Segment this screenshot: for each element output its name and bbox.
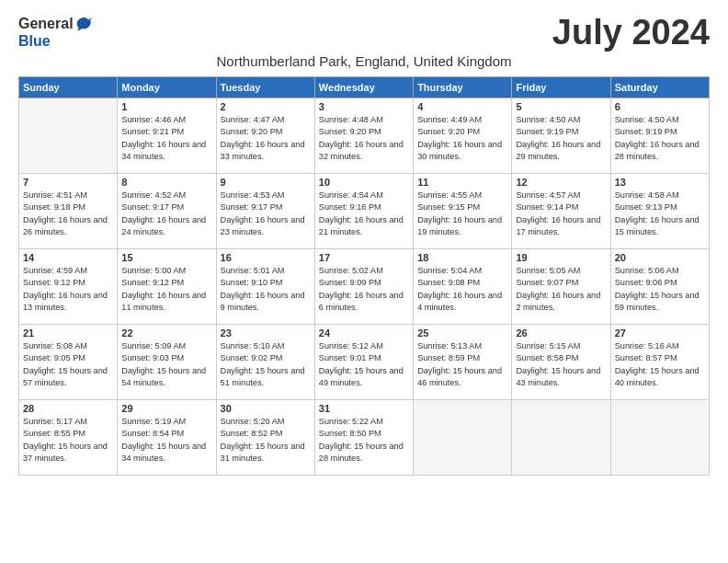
day-number: 8	[121, 177, 211, 188]
month-title: July 2024	[552, 15, 710, 50]
sunset: Sunset: 8:55 PM	[23, 429, 85, 438]
sunset: Sunset: 9:07 PM	[516, 278, 578, 287]
day-info: Sunrise: 5:00 AMSunset: 9:12 PMDaylight:…	[121, 265, 211, 314]
day-number: 21	[23, 327, 113, 339]
day-number: 3	[319, 101, 409, 112]
sunrise: Sunrise: 5:16 AM	[615, 341, 679, 350]
daylight: Daylight: 16 hours and 33 minutes.	[221, 140, 305, 161]
daylight: Daylight: 16 hours and 21 minutes.	[319, 215, 404, 236]
day-info: Sunrise: 4:46 AMSunset: 9:21 PMDaylight:…	[121, 114, 211, 163]
day-info: Sunrise: 4:52 AMSunset: 9:17 PMDaylight:…	[121, 190, 211, 238]
calendar-cell	[610, 400, 709, 476]
sunset: Sunset: 8:57 PM	[615, 353, 677, 362]
calendar-cell: 17Sunrise: 5:02 AMSunset: 9:09 PMDayligh…	[314, 249, 413, 325]
daylight: Daylight: 15 hours and 46 minutes.	[417, 366, 502, 387]
sunrise: Sunrise: 5:20 AM	[221, 417, 285, 426]
calendar-cell: 22Sunrise: 5:09 AMSunset: 9:03 PMDayligh…	[118, 325, 216, 400]
logo-bird-icon	[75, 15, 94, 33]
day-number: 4	[417, 101, 507, 112]
day-info: Sunrise: 5:04 AMSunset: 9:08 PMDaylight:…	[417, 265, 507, 314]
calendar-table: Sunday Monday Tuesday Wednesday Thursday…	[18, 76, 710, 476]
day-number: 6	[615, 101, 705, 112]
sunset: Sunset: 8:59 PM	[417, 353, 480, 362]
week-row-0: 1Sunrise: 4:46 AMSunset: 9:21 PMDaylight…	[19, 98, 710, 174]
daylight: Daylight: 15 hours and 40 minutes.	[615, 366, 700, 387]
sunrise: Sunrise: 4:49 AM	[417, 115, 482, 124]
day-info: Sunrise: 4:49 AMSunset: 9:20 PMDaylight:…	[417, 114, 507, 163]
calendar-body: 1Sunrise: 4:46 AMSunset: 9:21 PMDaylight…	[19, 98, 710, 476]
calendar-cell: 6Sunrise: 4:50 AMSunset: 9:19 PMDaylight…	[610, 98, 709, 174]
daylight: Daylight: 15 hours and 51 minutes.	[221, 366, 305, 387]
calendar-cell: 18Sunrise: 5:04 AMSunset: 9:08 PMDayligh…	[414, 249, 512, 325]
header-saturday: Saturday	[610, 77, 709, 98]
day-info: Sunrise: 4:58 AMSunset: 9:13 PMDaylight:…	[615, 190, 705, 238]
day-info: Sunrise: 4:47 AMSunset: 9:20 PMDaylight:…	[221, 114, 311, 163]
logo-general-text: General	[18, 16, 74, 32]
calendar-cell: 5Sunrise: 4:50 AMSunset: 9:19 PMDaylight…	[512, 98, 610, 174]
daylight: Daylight: 16 hours and 23 minutes.	[221, 215, 305, 236]
sunset: Sunset: 9:17 PM	[121, 202, 184, 212]
calendar-cell: 23Sunrise: 5:10 AMSunset: 9:02 PMDayligh…	[216, 325, 314, 400]
day-number: 15	[121, 252, 211, 263]
day-info: Sunrise: 5:16 AMSunset: 8:57 PMDaylight:…	[615, 340, 705, 389]
calendar-cell: 20Sunrise: 5:06 AMSunset: 9:06 PMDayligh…	[610, 249, 709, 325]
calendar-cell: 25Sunrise: 5:13 AMSunset: 8:59 PMDayligh…	[414, 325, 512, 400]
header-monday: Monday	[118, 77, 216, 98]
day-info: Sunrise: 5:08 AMSunset: 9:05 PMDaylight:…	[23, 340, 113, 389]
day-number: 11	[417, 177, 507, 188]
calendar-cell: 13Sunrise: 4:58 AMSunset: 9:13 PMDayligh…	[610, 174, 709, 249]
daylight: Daylight: 16 hours and 2 minutes.	[516, 291, 600, 312]
day-number: 22	[121, 327, 211, 339]
day-number: 9	[221, 177, 311, 188]
daylight: Daylight: 16 hours and 26 minutes.	[23, 215, 108, 236]
day-number: 27	[615, 327, 705, 339]
logo-blue-text: Blue	[18, 33, 51, 50]
sunset: Sunset: 9:12 PM	[23, 278, 85, 287]
day-info: Sunrise: 4:55 AMSunset: 9:15 PMDaylight:…	[417, 190, 507, 238]
sunrise: Sunrise: 4:54 AM	[319, 190, 383, 200]
sunset: Sunset: 8:50 PM	[319, 429, 381, 438]
calendar-cell: 3Sunrise: 4:48 AMSunset: 9:20 PMDaylight…	[314, 98, 413, 174]
header-tuesday: Tuesday	[216, 77, 314, 98]
daylight: Daylight: 15 hours and 54 minutes.	[121, 366, 206, 387]
calendar-cell: 10Sunrise: 4:54 AMSunset: 9:16 PMDayligh…	[314, 174, 413, 249]
day-number: 26	[516, 327, 606, 339]
day-number: 29	[121, 403, 211, 414]
header-row: Sunday Monday Tuesday Wednesday Thursday…	[19, 77, 710, 98]
day-info: Sunrise: 5:12 AMSunset: 9:01 PMDaylight:…	[319, 340, 409, 389]
sunset: Sunset: 8:54 PM	[121, 429, 184, 438]
calendar-cell: 31Sunrise: 5:22 AMSunset: 8:50 PMDayligh…	[314, 400, 413, 476]
daylight: Daylight: 16 hours and 15 minutes.	[615, 215, 700, 236]
calendar-page: General Blue July 2024 Northumberland Pa…	[0, 0, 728, 563]
sunset: Sunset: 9:15 PM	[417, 202, 480, 212]
daylight: Daylight: 15 hours and 28 minutes.	[319, 442, 404, 463]
daylight: Daylight: 15 hours and 34 minutes.	[121, 442, 206, 463]
header-thursday: Thursday	[414, 77, 512, 98]
sunset: Sunset: 9:01 PM	[319, 353, 381, 362]
calendar-cell: 11Sunrise: 4:55 AMSunset: 9:15 PMDayligh…	[414, 174, 512, 249]
calendar-cell: 4Sunrise: 4:49 AMSunset: 9:20 PMDaylight…	[414, 98, 512, 174]
header-sunday: Sunday	[19, 77, 118, 98]
day-number: 16	[221, 252, 311, 263]
daylight: Daylight: 16 hours and 34 minutes.	[121, 140, 206, 161]
sunrise: Sunrise: 5:04 AM	[417, 266, 482, 275]
sunset: Sunset: 9:20 PM	[417, 127, 480, 136]
week-row-3: 21Sunrise: 5:08 AMSunset: 9:05 PMDayligh…	[19, 325, 710, 400]
calendar-cell: 8Sunrise: 4:52 AMSunset: 9:17 PMDaylight…	[118, 174, 216, 249]
calendar-cell: 19Sunrise: 5:05 AMSunset: 9:07 PMDayligh…	[512, 249, 610, 325]
calendar-cell: 29Sunrise: 5:19 AMSunset: 8:54 PMDayligh…	[118, 400, 216, 476]
sunset: Sunset: 9:19 PM	[516, 127, 578, 136]
calendar-cell: 16Sunrise: 5:01 AMSunset: 9:10 PMDayligh…	[216, 249, 314, 325]
sunrise: Sunrise: 4:50 AM	[615, 115, 679, 124]
day-number: 12	[516, 177, 606, 188]
day-info: Sunrise: 5:15 AMSunset: 8:58 PMDaylight:…	[516, 340, 606, 389]
daylight: Daylight: 16 hours and 32 minutes.	[319, 140, 404, 161]
daylight: Daylight: 16 hours and 11 minutes.	[121, 291, 206, 312]
day-info: Sunrise: 5:01 AMSunset: 9:10 PMDaylight:…	[221, 265, 311, 314]
sunset: Sunset: 9:17 PM	[221, 202, 283, 212]
sunset: Sunset: 8:52 PM	[221, 429, 283, 438]
daylight: Daylight: 15 hours and 37 minutes.	[23, 442, 108, 463]
sunrise: Sunrise: 4:51 AM	[23, 190, 87, 200]
sunset: Sunset: 9:02 PM	[221, 353, 283, 362]
day-number: 31	[319, 403, 409, 414]
